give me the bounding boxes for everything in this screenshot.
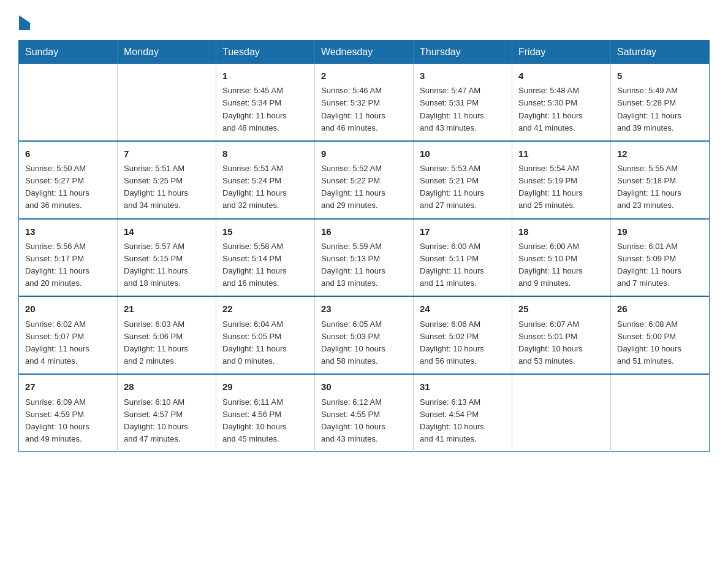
day-number: 16 (321, 224, 407, 239)
day-info: Sunrise: 5:51 AM Sunset: 5:25 PM Dayligh… (124, 163, 210, 212)
calendar-cell: 24Sunrise: 6:06 AM Sunset: 5:02 PM Dayli… (414, 296, 512, 374)
day-number: 11 (518, 147, 604, 161)
day-number: 15 (222, 224, 308, 239)
calendar-cell: 26Sunrise: 6:08 AM Sunset: 5:00 PM Dayli… (611, 296, 710, 374)
day-number: 20 (25, 302, 111, 316)
calendar-cell: 14Sunrise: 5:57 AM Sunset: 5:15 PM Dayli… (118, 219, 216, 297)
day-info: Sunrise: 5:48 AM Sunset: 5:30 PM Dayligh… (518, 85, 604, 134)
calendar-table: SundayMondayTuesdayWednesdayThursdayFrid… (18, 40, 710, 452)
day-number: 6 (25, 147, 111, 161)
day-info: Sunrise: 6:10 AM Sunset: 4:57 PM Dayligh… (124, 396, 210, 446)
day-number: 17 (420, 224, 506, 239)
day-info: Sunrise: 5:51 AM Sunset: 5:24 PM Dayligh… (222, 163, 308, 212)
logo-triangle-icon (19, 15, 30, 30)
calendar-cell: 1Sunrise: 5:45 AM Sunset: 5:34 PM Daylig… (216, 64, 315, 141)
calendar-cell: 31Sunrise: 6:13 AM Sunset: 4:54 PM Dayli… (414, 374, 512, 451)
day-info: Sunrise: 6:00 AM Sunset: 5:11 PM Dayligh… (420, 240, 506, 290)
day-number: 18 (518, 224, 604, 239)
day-info: Sunrise: 5:59 AM Sunset: 5:13 PM Dayligh… (321, 240, 407, 290)
day-info: Sunrise: 5:57 AM Sunset: 5:15 PM Dayligh… (124, 240, 210, 290)
day-number: 24 (420, 302, 506, 316)
calendar-week-row: 1Sunrise: 5:45 AM Sunset: 5:34 PM Daylig… (19, 64, 710, 141)
calendar-cell: 15Sunrise: 5:58 AM Sunset: 5:14 PM Dayli… (216, 219, 315, 297)
calendar-cell: 23Sunrise: 6:05 AM Sunset: 5:03 PM Dayli… (315, 296, 414, 374)
day-info: Sunrise: 5:46 AM Sunset: 5:32 PM Dayligh… (321, 85, 407, 134)
column-header-tuesday: Tuesday (216, 40, 315, 64)
calendar-cell (19, 64, 118, 141)
day-info: Sunrise: 5:50 AM Sunset: 5:27 PM Dayligh… (25, 163, 111, 212)
calendar-week-row: 20Sunrise: 6:02 AM Sunset: 5:07 PM Dayli… (19, 296, 710, 374)
calendar-cell: 11Sunrise: 5:54 AM Sunset: 5:19 PM Dayli… (512, 141, 611, 219)
day-info: Sunrise: 5:47 AM Sunset: 5:31 PM Dayligh… (420, 85, 506, 134)
day-info: Sunrise: 6:01 AM Sunset: 5:09 PM Dayligh… (617, 240, 703, 290)
calendar-cell (512, 374, 611, 451)
day-info: Sunrise: 5:58 AM Sunset: 5:14 PM Dayligh… (222, 240, 308, 290)
day-number: 12 (617, 147, 703, 161)
calendar-cell: 30Sunrise: 6:12 AM Sunset: 4:55 PM Dayli… (315, 374, 414, 451)
day-info: Sunrise: 6:07 AM Sunset: 5:01 PM Dayligh… (518, 318, 604, 368)
calendar-cell: 10Sunrise: 5:53 AM Sunset: 5:21 PM Dayli… (414, 141, 512, 219)
day-info: Sunrise: 6:00 AM Sunset: 5:10 PM Dayligh… (518, 240, 604, 290)
calendar-cell: 21Sunrise: 6:03 AM Sunset: 5:06 PM Dayli… (118, 296, 216, 374)
day-number: 14 (124, 224, 210, 239)
day-number: 5 (617, 69, 703, 83)
day-info: Sunrise: 5:49 AM Sunset: 5:28 PM Dayligh… (617, 85, 703, 134)
day-info: Sunrise: 6:08 AM Sunset: 5:00 PM Dayligh… (617, 318, 703, 368)
day-number: 21 (124, 302, 210, 316)
calendar-cell: 22Sunrise: 6:04 AM Sunset: 5:05 PM Dayli… (216, 296, 315, 374)
calendar-week-row: 13Sunrise: 5:56 AM Sunset: 5:17 PM Dayli… (19, 219, 710, 297)
day-number: 3 (420, 69, 506, 83)
column-header-thursday: Thursday (414, 40, 512, 64)
calendar-cell: 8Sunrise: 5:51 AM Sunset: 5:24 PM Daylig… (216, 141, 315, 219)
calendar-cell: 18Sunrise: 6:00 AM Sunset: 5:10 PM Dayli… (512, 219, 611, 297)
calendar-cell: 28Sunrise: 6:10 AM Sunset: 4:57 PM Dayli… (118, 374, 216, 451)
day-number: 4 (518, 69, 604, 83)
day-info: Sunrise: 5:54 AM Sunset: 5:19 PM Dayligh… (518, 163, 604, 212)
day-number: 29 (222, 380, 308, 394)
day-info: Sunrise: 5:45 AM Sunset: 5:34 PM Dayligh… (222, 85, 308, 134)
day-info: Sunrise: 6:05 AM Sunset: 5:03 PM Dayligh… (321, 318, 407, 368)
calendar-cell: 3Sunrise: 5:47 AM Sunset: 5:31 PM Daylig… (414, 64, 512, 141)
calendar-cell: 16Sunrise: 5:59 AM Sunset: 5:13 PM Dayli… (315, 219, 414, 297)
day-number: 8 (222, 147, 308, 161)
calendar-cell: 25Sunrise: 6:07 AM Sunset: 5:01 PM Dayli… (512, 296, 611, 374)
day-info: Sunrise: 6:06 AM Sunset: 5:02 PM Dayligh… (420, 318, 506, 368)
day-number: 27 (25, 380, 111, 394)
day-info: Sunrise: 6:02 AM Sunset: 5:07 PM Dayligh… (25, 318, 111, 368)
calendar-cell: 29Sunrise: 6:11 AM Sunset: 4:56 PM Dayli… (216, 374, 315, 451)
day-number: 7 (124, 147, 210, 161)
column-header-monday: Monday (118, 40, 216, 64)
column-header-saturday: Saturday (611, 40, 710, 64)
calendar-cell: 13Sunrise: 5:56 AM Sunset: 5:17 PM Dayli… (19, 219, 118, 297)
day-info: Sunrise: 6:12 AM Sunset: 4:55 PM Dayligh… (321, 396, 407, 446)
calendar-week-row: 6Sunrise: 5:50 AM Sunset: 5:27 PM Daylig… (19, 141, 710, 219)
day-number: 1 (222, 69, 308, 83)
day-info: Sunrise: 5:55 AM Sunset: 5:18 PM Dayligh… (617, 163, 703, 212)
day-info: Sunrise: 6:09 AM Sunset: 4:59 PM Dayligh… (25, 396, 111, 446)
day-info: Sunrise: 5:52 AM Sunset: 5:22 PM Dayligh… (321, 163, 407, 212)
day-info: Sunrise: 5:53 AM Sunset: 5:21 PM Dayligh… (420, 163, 506, 212)
calendar-cell: 4Sunrise: 5:48 AM Sunset: 5:30 PM Daylig… (512, 64, 611, 141)
calendar-cell: 27Sunrise: 6:09 AM Sunset: 4:59 PM Dayli… (19, 374, 118, 451)
day-number: 13 (25, 224, 111, 239)
day-number: 23 (321, 302, 407, 316)
calendar-cell: 17Sunrise: 6:00 AM Sunset: 5:11 PM Dayli… (414, 219, 512, 297)
calendar-cell: 7Sunrise: 5:51 AM Sunset: 5:25 PM Daylig… (118, 141, 216, 219)
day-info: Sunrise: 6:04 AM Sunset: 5:05 PM Dayligh… (222, 318, 308, 368)
calendar-cell: 5Sunrise: 5:49 AM Sunset: 5:28 PM Daylig… (611, 64, 710, 141)
calendar-cell: 6Sunrise: 5:50 AM Sunset: 5:27 PM Daylig… (19, 141, 118, 219)
calendar-cell (118, 64, 216, 141)
calendar-header-row: SundayMondayTuesdayWednesdayThursdayFrid… (19, 40, 710, 64)
calendar-cell (611, 374, 710, 451)
day-number: 28 (124, 380, 210, 394)
day-info: Sunrise: 6:03 AM Sunset: 5:06 PM Dayligh… (124, 318, 210, 368)
day-number: 2 (321, 69, 407, 83)
day-number: 22 (222, 302, 308, 316)
calendar-cell: 20Sunrise: 6:02 AM Sunset: 5:07 PM Dayli… (19, 296, 118, 374)
day-info: Sunrise: 6:11 AM Sunset: 4:56 PM Dayligh… (222, 396, 308, 446)
calendar-cell: 19Sunrise: 6:01 AM Sunset: 5:09 PM Dayli… (611, 219, 710, 297)
day-number: 19 (617, 224, 703, 239)
logo (18, 12, 30, 30)
column-header-friday: Friday (512, 40, 611, 64)
day-number: 26 (617, 302, 703, 316)
